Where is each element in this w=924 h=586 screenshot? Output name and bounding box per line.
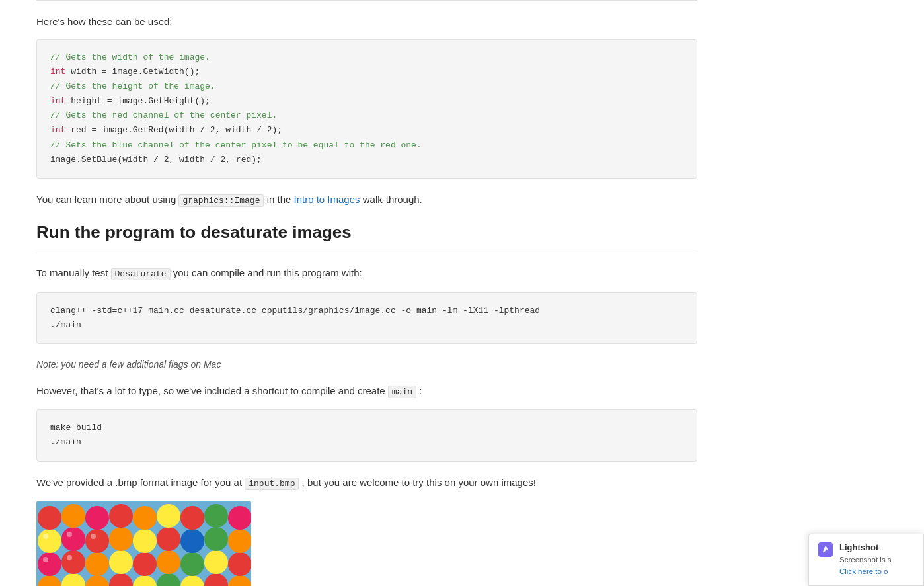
paragraph-compile-intro: To manually test Desaturate you can comp… [36,265,697,282]
code-line: ./main [50,318,683,333]
svg-point-22 [109,550,133,574]
lightshot-text: Lightshot Screenshot is s Click here to … [839,541,892,577]
code-keyword: int [50,67,65,77]
para-text-before: You can learn more about using [36,194,178,205]
svg-point-37 [38,506,61,530]
code-plain: ./main [50,437,81,447]
svg-point-23 [133,552,157,576]
svg-point-54 [67,532,72,537]
lightshot-panel[interactable]: Lightshot Screenshot is s Click here to … [808,534,924,586]
paragraph-input-bmp: We've provided a .bmp format image for y… [36,475,697,491]
para-text-after: : [416,385,422,396]
para-text-after: you can compile and run this program wit… [171,267,362,278]
svg-point-24 [157,550,180,574]
svg-point-38 [61,504,85,528]
intro-text: Here's how these can be used: [36,14,697,30]
code-plain: height = image.GetHeight(); [65,96,210,106]
svg-point-42 [157,504,180,528]
svg-point-36 [228,529,251,553]
svg-point-25 [180,552,204,576]
code-line: int red = image.GetRed(width / 2, width … [50,123,683,138]
svg-point-45 [228,506,251,530]
svg-point-32 [133,529,157,553]
code-comment: // Gets the height of the image. [50,81,215,91]
code-comment: // Gets the width of the image. [50,52,210,62]
lightshot-icon [818,542,833,557]
code-plain: image.SetBlue(width / 2, width / 2, red)… [50,155,262,165]
inline-code-desaturate: Desaturate [111,268,171,280]
code-keyword: int [50,96,65,106]
para-text-before: However, that's a lot to type, so we've … [36,385,388,396]
svg-point-35 [204,527,228,551]
para-text-after: , but you are welcome to try this on you… [299,477,536,488]
intro-to-images-link[interactable]: Intro to Images [294,194,360,205]
svg-point-40 [109,504,133,528]
note-mac-flags: Note: you need a few additional flags on… [36,357,697,372]
svg-point-26 [204,550,228,574]
lightshot-title: Lightshot [839,541,892,554]
svg-point-39 [85,506,109,530]
svg-point-20 [61,550,85,574]
svg-point-52 [67,555,72,560]
code-plain: clang++ -std=c++17 main.cc desaturate.cc… [50,306,540,315]
paragraph-graphics-image: You can learn more about using graphics:… [36,192,697,208]
svg-point-53 [43,534,48,539]
balls-image [36,501,251,586]
inline-code-input-bmp: input.bmp [245,478,299,490]
para-text-before: We've provided a .bmp format image for y… [36,477,245,488]
svg-point-27 [228,552,251,576]
inline-code-main: main [388,386,416,398]
code-keyword: int [50,125,65,135]
svg-point-51 [43,557,48,562]
code-line: // Gets the height of the image. [50,79,683,94]
inline-code-graphics-image: graphics::Image [178,194,264,207]
code-line: int height = image.GetHeight(); [50,94,683,108]
code-line: make build [50,421,683,435]
code-comment: // Sets the blue channel of the center p… [50,140,422,150]
lightshot-sub-line1: Screenshot is s [839,554,892,565]
svg-point-21 [85,552,109,576]
svg-point-41 [133,506,157,530]
code-plain: red = image.GetRed(width / 2, width / 2)… [65,125,282,135]
code-line: ./main [50,435,683,450]
balls-svg [36,501,251,586]
svg-point-30 [85,529,109,553]
paragraph-shortcut-intro: However, that's a lot to type, so we've … [36,383,697,399]
lightshot-link[interactable]: Click here to o [839,567,888,575]
para-text-after: walk-through. [360,194,422,205]
code-plain: width = image.GetWidth(); [65,67,200,77]
svg-point-34 [180,529,204,553]
code-block-compile: clang++ -std=c++17 main.cc desaturate.cc… [36,292,697,344]
code-line: clang++ -std=c++17 main.cc desaturate.cc… [50,304,683,318]
svg-point-28 [38,529,61,553]
section-heading-desaturate: Run the program to desaturate images [36,219,697,254]
svg-point-55 [91,534,96,539]
svg-point-44 [204,504,228,528]
top-divider [36,0,697,1]
code-block-1: // Gets the width of the image. int widt… [36,39,697,179]
code-plain: make build [50,423,102,433]
code-line: // Gets the red channel of the center pi… [50,108,683,123]
svg-point-43 [180,506,204,530]
svg-point-29 [61,527,85,551]
para-text-before: To manually test [36,267,111,278]
code-line: image.SetBlue(width / 2, width / 2, red)… [50,153,683,167]
svg-point-19 [38,552,61,576]
code-line: // Sets the blue channel of the center p… [50,138,683,153]
code-block-make: make build ./main [36,409,697,461]
code-line: // Gets the width of the image. [50,50,683,65]
svg-point-31 [109,527,133,551]
code-plain: ./main [50,320,81,330]
code-line: int width = image.GetWidth(); [50,65,683,79]
code-comment: // Gets the red channel of the center pi… [50,110,277,120]
para-text-middle: in the [264,194,293,205]
svg-point-33 [157,527,180,551]
